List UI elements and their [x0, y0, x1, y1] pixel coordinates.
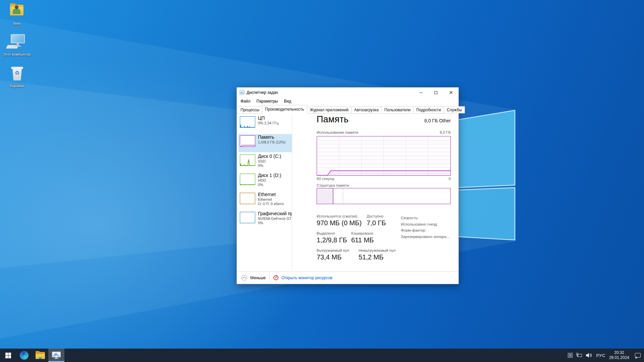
clock-time: 20:32: [609, 350, 629, 355]
memory-composition-bar: [317, 188, 451, 204]
clock-date: 29.01.2024: [609, 355, 629, 360]
hw-line-slots: Использовано гнезд:: [401, 221, 453, 228]
desktop: New Этот компьютер ♻ Корзина Диспетчер з…: [0, 0, 644, 362]
composition-label: Структура памяти: [317, 183, 349, 187]
network-icon[interactable]: [576, 353, 582, 358]
close-icon: ✕: [449, 90, 453, 95]
edge-icon: [20, 351, 29, 360]
desktop-icon-recycle-bin[interactable]: ♻ Корзина: [2, 65, 32, 88]
tab-app-history[interactable]: Журнал приложений: [307, 106, 352, 113]
sidebar-item-line: NVIDIA GeForce GTX 660: [258, 217, 291, 221]
sidebar-item-title: Графический про: [258, 211, 291, 216]
desktop-icon-label: Корзина: [2, 84, 32, 88]
sidebar-item-line: 0%: [258, 183, 291, 187]
sidebar-item-gpu[interactable]: Графический про NVIDIA GeForce GTX 660 0…: [238, 210, 292, 229]
menu-file[interactable]: Файл: [237, 99, 254, 104]
fewer-details-button[interactable]: Меньше: [250, 276, 266, 280]
panel-title: Память: [317, 114, 348, 125]
hw-line-speed: Скорость:: [401, 215, 453, 221]
hw-line-formfactor: Форм-фактор:: [401, 227, 453, 234]
stat-label: Выгружаемый пул: [317, 248, 359, 252]
tab-strip: Процессы Производительность Журнал прило…: [237, 105, 458, 114]
tab-users[interactable]: Пользователи: [381, 106, 414, 113]
time-axis-right: 0: [449, 177, 451, 181]
sidebar-item-line: 0%: [258, 164, 291, 168]
computer-icon: [2, 34, 32, 52]
composition-segment-in-use: [317, 188, 333, 204]
stat-value: 970 МБ (0 МБ): [317, 219, 367, 227]
menubar: Файл Параметры Вид: [237, 98, 294, 105]
user-folder-icon: [2, 3, 32, 21]
taskbar-clock[interactable]: 20:32 29.01.2024: [609, 350, 629, 360]
maximize-button[interactable]: [428, 87, 443, 98]
close-button[interactable]: ✕: [443, 87, 459, 98]
window-footer: Меньше Открыть монитор ресурсов: [237, 271, 459, 284]
desktop-icon-new[interactable]: New: [2, 3, 32, 26]
sidebar-item-line: 0% 2,34 ГГц: [258, 121, 291, 125]
sidebar-item-title: Память: [258, 134, 291, 140]
stat-value: 611 МБ: [351, 236, 374, 244]
sidebar-item-title: ЦП: [258, 115, 291, 121]
minimize-button[interactable]: [413, 87, 428, 98]
system-tray: РУС 20:32 29.01.2024: [568, 349, 641, 362]
menu-options[interactable]: Параметры: [254, 99, 281, 104]
recycle-bin-icon: ♻: [2, 65, 32, 84]
stat-label: Невыгружаемый пул: [359, 248, 395, 252]
performance-sidebar: ЦП 0% 2,34 ГГц Память 1,0/8,0 ГБ (12%): [238, 115, 292, 270]
sidebar-item-title: Диск 1 (D:): [258, 173, 291, 178]
menu-view[interactable]: Вид: [281, 99, 294, 104]
sidebar-item-line: О: 0 П: 0 кбит/с: [258, 202, 291, 206]
tab-services[interactable]: Службы: [444, 106, 465, 113]
tab-details[interactable]: Подробности: [413, 106, 444, 113]
open-resource-monitor-link[interactable]: Открыть монитор ресурсов: [281, 276, 332, 280]
taskbar-task-manager-button[interactable]: [48, 349, 64, 362]
tab-processes[interactable]: Процессы: [237, 106, 262, 113]
stat-value: 7,0 ГБ: [367, 219, 386, 227]
sidebar-item-disk0[interactable]: Диск 0 (C:) SSD 0%: [238, 153, 292, 171]
memory-panel: Память 8,0 ГБ Other Использование памяти…: [317, 114, 451, 270]
desktop-icon-label: New: [2, 21, 32, 26]
disk0-thumbnail-graph: [240, 155, 255, 166]
footer-divider: [269, 275, 270, 281]
resource-monitor-icon: [273, 275, 278, 280]
window-title: Диспетчер задач: [247, 90, 278, 95]
task-manager-window: Диспетчер задач ✕ Файл Параметры Вид Про…: [236, 87, 459, 284]
desktop-icon-this-pc[interactable]: Этот компьютер: [2, 34, 32, 57]
tab-performance[interactable]: Производительность: [262, 105, 307, 114]
sidebar-item-title: Ethernet: [258, 192, 291, 197]
sidebar-item-ethernet[interactable]: Ethernet Ethernet О: 0 П: 0 кбит/с: [238, 191, 292, 209]
file-explorer-icon: [36, 352, 45, 359]
memory-capacity: 8,0 ГБ Other: [424, 118, 451, 123]
tray-app-grid-icon[interactable]: [568, 353, 573, 358]
tab-startup[interactable]: Автозагрузка: [351, 106, 382, 113]
hw-line-reserved: Зарезервировано аппара…: [401, 234, 453, 240]
sidebar-item-line: HDD: [258, 178, 291, 182]
taskbar-explorer-button[interactable]: [32, 349, 48, 362]
sidebar-item-disk1[interactable]: Диск 1 (D:) HDD 0%: [238, 172, 292, 190]
task-manager-icon: [52, 352, 61, 359]
minimize-icon: [419, 93, 423, 93]
sidebar-item-memory[interactable]: Память 1,0/8,0 ГБ (12%): [238, 134, 292, 152]
ethernet-thumbnail-graph: [240, 193, 255, 204]
volume-icon[interactable]: [586, 353, 592, 358]
composition-segment-modified: [333, 188, 343, 204]
memory-usage-graph: [317, 136, 451, 176]
titlebar[interactable]: Диспетчер задач ✕: [237, 87, 459, 98]
usage-graph-max: 8,0 ГБ: [440, 130, 451, 134]
start-button[interactable]: [0, 349, 16, 362]
sidebar-item-title: Диск 0 (C:): [258, 154, 291, 159]
stat-label: Используется (сжатая): [317, 214, 367, 218]
task-manager-icon: [239, 90, 245, 95]
hardware-info: Скорость: Использовано гнезд: Форм-факто…: [401, 215, 453, 240]
sidebar-item-line: 0%: [258, 221, 291, 225]
taskbar-edge-button[interactable]: [16, 349, 32, 362]
language-indicator[interactable]: РУС: [596, 353, 605, 358]
cpu-thumbnail-graph: [240, 116, 255, 128]
action-center-icon[interactable]: [635, 353, 641, 358]
memory-thumbnail-graph: [240, 135, 255, 147]
sidebar-item-cpu[interactable]: ЦП 0% 2,34 ГГц: [238, 115, 292, 133]
usage-graph-label: Использование памяти: [317, 130, 358, 134]
time-axis-left: 60 секунд: [317, 177, 334, 181]
collapse-icon[interactable]: [241, 275, 247, 281]
memory-stats: Используется (сжатая) 970 МБ (0 МБ) Дост…: [317, 214, 400, 265]
